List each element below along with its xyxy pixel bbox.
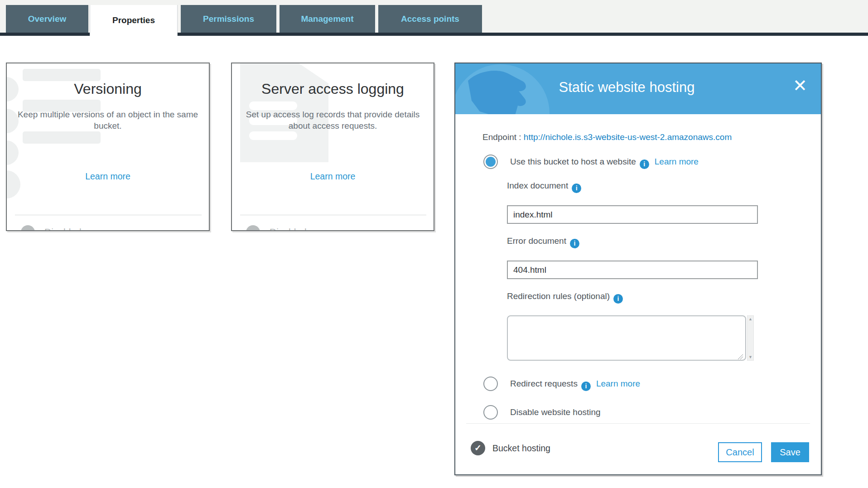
option-disable-label: Disable website hosting [510,407,601,417]
card-divider [15,215,202,215]
error-document-row: Error documenti [507,236,579,248]
card-title: Versioning [7,81,209,97]
textarea-scrollbar[interactable]: ▲ ▼ [747,315,754,361]
status-badge: Disabled [44,227,82,231]
card-divider [240,215,426,215]
status-dot-icon [246,225,260,232]
error-document-label: Error document [507,236,566,246]
server-access-logging-card[interactable]: Server access logging Set up access log … [231,63,434,231]
redirection-rules-row: Redirection rules (optional)i [507,291,623,304]
info-icon[interactable]: i [613,294,623,304]
learn-more-link[interactable]: Learn more [655,157,699,166]
tab-permissions[interactable]: Permissions [181,5,276,33]
endpoint-row: Endpoint : http://nichole.is.s3-website-… [482,132,732,142]
option-host-row: Use this bucket to host a websiteiLearn … [510,157,699,169]
save-button[interactable]: Save [771,442,809,462]
scroll-down-icon[interactable]: ▼ [747,355,753,359]
tab-access-points[interactable]: Access points [378,5,482,33]
status-badge: Disabled [270,227,307,231]
cancel-button[interactable]: Cancel [718,442,762,462]
radio-use-bucket-to-host[interactable] [483,155,498,169]
redirection-rules-label: Redirection rules (optional) [507,291,610,301]
endpoint-link[interactable]: http://nichole.is.s3-website-us-west-2.a… [524,132,732,142]
card-title: Server access logging [232,81,434,97]
status-dot-icon [21,225,35,232]
index-document-label: Index document [507,181,568,190]
card-description: Keep multiple versions of an object in t… [17,109,198,131]
learn-more-link[interactable]: Learn more [7,171,209,182]
learn-more-link[interactable]: Learn more [596,379,640,388]
learn-more-link[interactable]: Learn more [232,171,434,182]
close-icon[interactable]: ✕ [790,74,810,97]
info-icon[interactable]: i [570,239,579,248]
info-icon[interactable]: i [581,382,591,391]
static-website-hosting-dialog: Static website hosting ✕ Endpoint : http… [454,63,822,475]
index-document-input[interactable] [507,205,758,224]
bucket-hosting-checkbox[interactable]: ✓ [471,441,485,455]
scroll-up-icon[interactable]: ▲ [747,317,753,321]
info-icon[interactable]: i [572,184,581,193]
option-host-label: Use this bucket to host a website [510,157,636,166]
error-document-input[interactable] [507,261,758,279]
redirection-rules-textarea[interactable] [507,315,746,361]
dialog-header: Static website hosting ✕ [455,63,821,114]
card-description: Set up access log records that provide d… [244,109,422,131]
option-redirect-row: Redirect requestsiLearn more [510,379,640,391]
dialog-title: Static website hosting [455,79,798,96]
option-redirect-label: Redirect requests [510,379,578,388]
s3-properties-page: Overview Properties Permissions Manageme… [0,0,868,488]
index-document-row: Index documenti [507,181,581,193]
tab-properties[interactable]: Properties [90,5,178,36]
bucket-hosting-label: Bucket hosting [492,443,550,454]
radio-redirect-requests[interactable] [483,377,498,391]
dialog-body: Endpoint : http://nichole.is.s3-website-… [455,114,821,474]
info-icon[interactable]: i [640,159,649,169]
radio-disable-website-hosting[interactable] [483,405,498,420]
tab-overview[interactable]: Overview [6,5,88,33]
versioning-card[interactable]: Versioning Keep multiple versions of an … [6,63,210,231]
endpoint-label: Endpoint : [482,132,521,142]
tab-management[interactable]: Management [280,5,375,33]
footer-divider [466,423,810,424]
